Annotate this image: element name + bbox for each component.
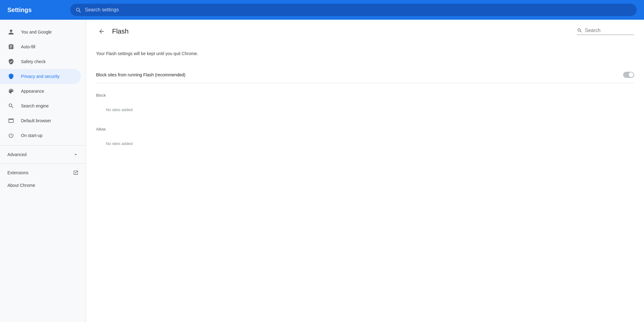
sidebar-item-privacy-and-security[interactable]: Privacy and security xyxy=(0,69,81,84)
content-search-bar[interactable] xyxy=(577,28,634,35)
sidebar-divider-2 xyxy=(0,163,86,164)
external-link-icon xyxy=(73,170,78,175)
sidebar-label-safety-check: Safety check xyxy=(21,59,46,64)
flash-description: Your Flash settings will be kept until y… xyxy=(96,50,634,57)
block-flash-toggle-row: Block sites from running Flash (recommen… xyxy=(96,67,634,83)
sidebar-label-auto-fill: Auto-fill xyxy=(21,44,35,49)
global-search-bar[interactable] xyxy=(70,4,637,16)
sidebar-label-default-browser: Default browser xyxy=(21,118,51,123)
sidebar-label-appearance: Appearance xyxy=(21,89,44,94)
back-arrow-icon xyxy=(98,28,105,35)
allow-section: Allow No sites added xyxy=(96,127,634,151)
sidebar-label-privacy: Privacy and security xyxy=(21,74,59,79)
chevron-down-icon xyxy=(73,152,78,157)
sidebar-label-about-chrome: About Chrome xyxy=(7,183,35,188)
global-search-input[interactable] xyxy=(85,7,632,13)
content-header: Flash xyxy=(86,20,644,43)
sidebar-label-extensions: Extensions xyxy=(7,170,28,175)
palette-icon xyxy=(7,87,15,95)
sidebar-item-appearance[interactable]: Appearance xyxy=(0,84,81,99)
back-button[interactable] xyxy=(96,26,107,37)
block-flash-label: Block sites from running Flash (recommen… xyxy=(96,72,185,77)
sidebar-item-extensions[interactable]: Extensions xyxy=(0,166,86,179)
sidebar: You and Google Auto-fill Safety check xyxy=(0,20,86,322)
advanced-left: Advanced xyxy=(7,152,26,157)
privacy-shield-icon xyxy=(7,73,15,80)
sidebar-item-safety-check[interactable]: Safety check xyxy=(0,54,81,69)
power-icon xyxy=(7,132,15,139)
person-icon xyxy=(7,28,15,36)
allow-section-title: Allow xyxy=(96,127,634,131)
sidebar-label-you-and-google: You and Google xyxy=(21,30,52,34)
app-title: Settings xyxy=(7,6,63,14)
allow-no-sites-label: No sites added xyxy=(96,136,634,151)
sidebar-item-default-browser[interactable]: Default browser xyxy=(0,113,81,128)
content-search-icon xyxy=(577,28,582,33)
sidebar-item-on-startup[interactable]: On start-up xyxy=(0,128,81,143)
search-engine-icon xyxy=(7,102,15,110)
page-title: Flash xyxy=(112,27,129,35)
content-area: Flash Your Flash settings will be kept u… xyxy=(86,20,644,322)
sidebar-item-auto-fill[interactable]: Auto-fill xyxy=(0,39,81,54)
content-body: Your Flash settings will be kept until y… xyxy=(86,43,644,168)
sidebar-label-search-engine: Search engine xyxy=(21,103,49,108)
content-header-left: Flash xyxy=(96,26,129,37)
main-layout: You and Google Auto-fill Safety check xyxy=(0,20,644,322)
sidebar-item-about-chrome[interactable]: About Chrome xyxy=(0,179,86,191)
browser-icon xyxy=(7,117,15,124)
clipboard-icon xyxy=(7,43,15,50)
app-header: Settings xyxy=(0,0,644,20)
sidebar-divider xyxy=(0,145,86,146)
sidebar-item-advanced[interactable]: Advanced xyxy=(0,148,86,161)
sidebar-item-you-and-google[interactable]: You and Google xyxy=(0,25,81,39)
sidebar-item-search-engine[interactable]: Search engine xyxy=(0,99,81,113)
content-search-input[interactable] xyxy=(585,28,634,33)
shield-check-icon xyxy=(7,58,15,65)
block-flash-toggle[interactable] xyxy=(623,72,634,78)
block-section-title: Block xyxy=(96,93,634,98)
block-no-sites-label: No sites added xyxy=(96,103,634,117)
search-icon xyxy=(75,7,81,13)
sidebar-label-on-startup: On start-up xyxy=(21,133,42,138)
sidebar-label-advanced: Advanced xyxy=(7,152,26,157)
block-section: Block No sites added xyxy=(96,93,634,117)
